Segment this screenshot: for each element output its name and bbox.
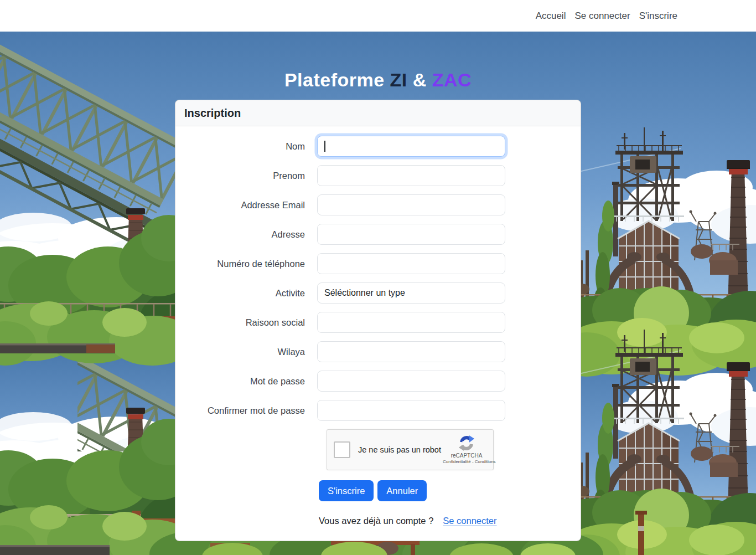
form-row-confirmer-mot-de-passe: Confirmer mot de passe [184, 400, 572, 421]
form-row-mot-de-passe: Mot de passe [184, 371, 572, 392]
text-caret [324, 141, 325, 152]
adresse-input[interactable] [317, 224, 505, 245]
form-buttons: S'inscrire Annuler [319, 480, 572, 501]
mot-de-passe-input[interactable] [317, 371, 505, 392]
recaptcha-terms-links[interactable]: Confidentialité - Conditions [443, 459, 490, 464]
title-zi: ZI [390, 69, 407, 90]
wilaya-label: Wilaya [184, 347, 317, 357]
activite-select[interactable]: Séléctionner un type [317, 282, 505, 304]
form-row-telephone: Numéro de téléphone [184, 253, 572, 274]
already-account-text: Vous avez déjà un compte ? [319, 516, 433, 526]
raison-social-input[interactable] [317, 312, 505, 333]
top-navbar: Accueil Se connecter S'inscrire [0, 0, 756, 32]
email-input[interactable] [317, 194, 505, 215]
nav-link-accueil[interactable]: Accueil [531, 11, 571, 22]
nav-link-sinscrire[interactable]: S'inscrire [635, 11, 682, 22]
navbar-links: Accueil Se connecter S'inscrire [63, 0, 693, 32]
login-link[interactable]: Se connecter [443, 516, 496, 526]
telephone-label: Numéro de téléphone [184, 259, 317, 269]
title-amp: & [407, 69, 432, 90]
nom-label: Nom [184, 141, 317, 152]
telephone-input[interactable] [317, 253, 505, 274]
nav-link-se-connecter[interactable]: Se connecter [570, 11, 634, 22]
form-row-email: Addresse Email [184, 194, 572, 215]
card-footer: Vous avez déjà un compte ? Se connecter [319, 516, 572, 526]
form-row-nom: Nom [184, 136, 572, 157]
mot-de-passe-label: Mot de passe [184, 376, 317, 387]
recaptcha-label: Je ne suis pas un robot [358, 445, 441, 454]
prenom-label: Prenom [184, 171, 317, 181]
recaptcha-checkbox[interactable] [334, 441, 350, 458]
email-label: Addresse Email [184, 200, 317, 210]
recaptcha-branding: reCAPTCHA Confidentialité - Conditions [443, 435, 490, 464]
page-title: Plateforme ZI & ZAC [0, 69, 756, 91]
adresse-label: Adresse [184, 229, 317, 240]
nom-input[interactable] [317, 136, 505, 157]
card-title: Inscription [175, 100, 581, 126]
confirmer-mot-de-passe-input[interactable] [317, 400, 505, 421]
nom-input-wrap [317, 136, 505, 157]
registration-card: Inscription Nom Prenom Addresse Email Ad… [175, 100, 581, 541]
raison-social-label: Raisoon social [184, 317, 317, 328]
form-row-wilaya: Wilaya [184, 341, 572, 362]
activite-label: Activite [184, 288, 317, 299]
title-zac: ZAC [432, 69, 472, 90]
form-row-activite: Activite Séléctionner un type [184, 282, 572, 304]
recaptcha-brand-text: reCAPTCHA [443, 453, 490, 459]
cancel-button[interactable]: Annuler [377, 480, 427, 501]
form-row-prenom: Prenom [184, 165, 572, 186]
recaptcha-widget: Je ne suis pas un robot reCAPTCHA Confid… [327, 429, 494, 470]
form-row-raison-social: Raisoon social [184, 312, 572, 333]
confirmer-mot-de-passe-label: Confirmer mot de passe [184, 405, 317, 416]
recaptcha-logo-icon [458, 435, 475, 451]
form-row-adresse: Adresse [184, 224, 572, 245]
prenom-input[interactable] [317, 165, 505, 186]
signup-button[interactable]: S'inscrire [319, 480, 374, 501]
title-plateforme: Plateforme [284, 69, 390, 90]
wilaya-input[interactable] [317, 341, 505, 362]
registration-form: Nom Prenom Addresse Email Adresse [175, 126, 581, 526]
